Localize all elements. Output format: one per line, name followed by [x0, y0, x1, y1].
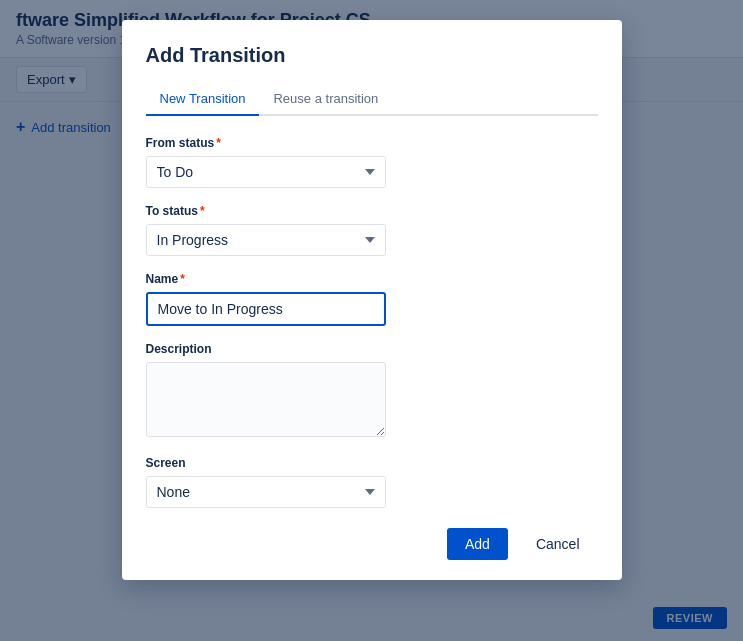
to-status-required: * — [200, 204, 205, 218]
description-group: Description — [146, 342, 598, 440]
add-transition-dialog: Add Transition New Transition Reuse a tr… — [122, 20, 622, 580]
description-textarea[interactable] — [146, 362, 386, 437]
name-input[interactable] — [146, 292, 386, 326]
tab-new-transition[interactable]: New Transition — [146, 83, 260, 116]
screen-label: Screen — [146, 456, 598, 470]
tab-reuse-transition[interactable]: Reuse a transition — [259, 83, 392, 116]
from-status-required: * — [216, 136, 221, 150]
dialog-actions: Add Cancel — [146, 528, 598, 560]
name-label: Name* — [146, 272, 598, 286]
to-status-select[interactable]: To Do In Progress Done Review — [146, 224, 386, 256]
cancel-button[interactable]: Cancel — [518, 528, 598, 560]
modal-overlay: Add Transition New Transition Reuse a tr… — [0, 0, 743, 641]
from-status-label: From status* — [146, 136, 598, 150]
name-group: Name* — [146, 272, 598, 326]
screen-select[interactable]: None — [146, 476, 386, 508]
to-status-label: To status* — [146, 204, 598, 218]
dialog-title: Add Transition — [146, 44, 598, 67]
from-status-select[interactable]: To Do In Progress Done Review — [146, 156, 386, 188]
from-status-group: From status* To Do In Progress Done Revi… — [146, 136, 598, 188]
tab-bar: New Transition Reuse a transition — [146, 83, 598, 116]
description-label: Description — [146, 342, 598, 356]
screen-group: Screen None — [146, 456, 598, 508]
name-required: * — [180, 272, 185, 286]
add-button[interactable]: Add — [447, 528, 508, 560]
to-status-group: To status* To Do In Progress Done Review — [146, 204, 598, 256]
